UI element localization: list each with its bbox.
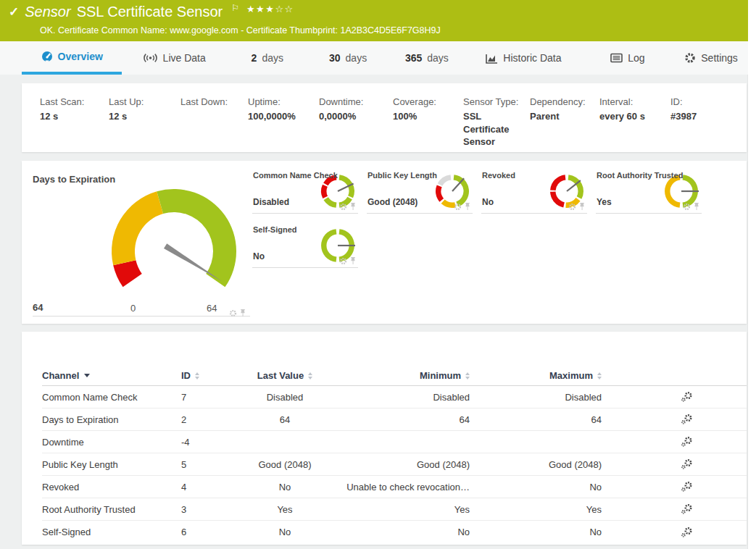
tab-historic-data[interactable]: Historic Data <box>466 41 581 75</box>
table-row: Downtime -4 <box>42 431 747 453</box>
mini-gauge-title: Root Authority Trusted <box>597 171 683 180</box>
chart-icon <box>486 53 498 64</box>
mini-gauge-self-signed[interactable]: Self-Signed No <box>252 222 358 268</box>
main-gauge-cell[interactable]: Days to Expiration 64 0 64 <box>33 168 250 317</box>
channel-maximum: 64 <box>470 414 602 425</box>
mini-gauge-title: Public Key Length <box>367 171 437 180</box>
pin-icon[interactable] <box>464 202 471 211</box>
gauges-panel: Days to Expiration 64 0 64 Common Name C… <box>22 161 747 324</box>
column-header-maximum[interactable]: Maximum <box>470 370 602 381</box>
channel-settings-icon[interactable] <box>681 391 693 403</box>
tab-number: 30 <box>329 52 341 64</box>
tab-live-data[interactable]: Live Data <box>122 41 225 75</box>
channel-name: Downtime <box>42 437 181 448</box>
pin-icon[interactable] <box>349 202 357 211</box>
table-header-row: Channel ID Last Value Minimum Maximum <box>42 366 747 386</box>
mini-gauge-actions <box>683 202 700 211</box>
main-gauge-actions <box>229 309 246 317</box>
info-coverage: Coverage:100% <box>393 96 463 152</box>
info-downtime: Downtime:0,0000% <box>319 96 393 152</box>
mini-gauge-value: Good (2048) <box>367 197 418 207</box>
mini-gauge-common-name-check[interactable]: Common Name Check Disabled <box>252 168 358 214</box>
channel-minimum: 64 <box>323 414 470 425</box>
tab-overview[interactable]: Overview <box>22 41 122 75</box>
tab-label: Historic Data <box>503 52 561 64</box>
pin-icon[interactable] <box>239 309 246 317</box>
tab-settings[interactable]: Settings <box>674 41 748 75</box>
table-row: Public Key Length 5 Good (2048) Good (20… <box>42 453 747 476</box>
info-uptime: Uptime:100,0000% <box>248 96 319 152</box>
mini-gauge-value: No <box>482 197 494 207</box>
gear-icon[interactable] <box>339 257 347 265</box>
info-id: ID:#3987 <box>670 96 736 152</box>
tab-30-days[interactable]: 30days <box>309 41 388 75</box>
channel-minimum: No <box>323 527 470 537</box>
mini-gauge-public-key-length[interactable]: Public Key Length Good (2048) <box>367 168 473 214</box>
tab-label: days <box>427 52 449 64</box>
info-last-down: Last Down: <box>180 96 248 152</box>
gear-icon[interactable] <box>339 203 347 211</box>
object-kind: Sensor <box>25 4 70 20</box>
channel-id: 3 <box>181 504 246 515</box>
channel-minimum: Yes <box>323 504 470 515</box>
pin-icon[interactable] <box>349 256 357 265</box>
column-header-channel[interactable]: Channel <box>42 370 181 381</box>
gear-icon[interactable] <box>568 203 576 211</box>
table-row: Root Authority Trusted 3 Yes Yes Yes <box>42 498 747 521</box>
mini-gauge-title: Common Name Check <box>253 171 338 180</box>
sensor-info-panel: Last Scan:12 s Last Up:12 s Last Down: U… <box>22 83 747 152</box>
channel-maximum: Good (2048) <box>470 459 602 470</box>
channel-id: 7 <box>181 392 246 403</box>
mini-gauge-grid: Common Name Check Disabled Public Key Le… <box>252 168 745 268</box>
mini-gauge-value: No <box>253 251 265 261</box>
gear-icon <box>684 52 696 64</box>
tab-log[interactable]: Log <box>581 41 675 75</box>
status-ok-icon: ✓ <box>9 5 19 19</box>
pin-icon[interactable] <box>578 202 586 211</box>
sort-icon <box>195 372 199 380</box>
mini-gauge-actions <box>339 256 357 265</box>
mini-gauge-actions <box>339 202 357 211</box>
channel-settings-icon[interactable] <box>681 503 693 515</box>
channel-minimum: Disabled <box>323 392 470 403</box>
tab-label: days <box>262 52 283 64</box>
main-gauge-value: 64 <box>33 302 43 313</box>
mini-gauge-revoked[interactable]: Revoked No <box>481 168 587 214</box>
gear-icon[interactable] <box>454 203 462 211</box>
channel-settings-icon[interactable] <box>681 414 693 425</box>
column-header-id[interactable]: ID <box>181 370 246 381</box>
tab-number: 365 <box>405 52 422 64</box>
sensor-header: ✓SensorSSL Certificate Sensor⚐★★★☆☆ OK. … <box>0 0 748 41</box>
table-row: Days to Expiration 2 64 64 64 <box>42 408 747 431</box>
sort-icon <box>597 372 602 380</box>
channel-settings-icon[interactable] <box>681 436 693 448</box>
sort-icon <box>308 372 312 380</box>
tab-number: 2 <box>252 52 257 64</box>
mini-gauge-actions <box>454 202 471 211</box>
channel-settings-icon[interactable] <box>681 458 693 470</box>
channel-name: Self-Signed <box>42 527 181 537</box>
channel-name: Days to Expiration <box>42 414 181 425</box>
pin-icon[interactable] <box>693 202 700 211</box>
tab-365-days[interactable]: 365days <box>387 41 466 75</box>
channel-settings-icon[interactable] <box>681 527 693 538</box>
gear-icon[interactable] <box>229 309 237 317</box>
mini-gauge-root-authority-trusted[interactable]: Root Authority Trusted Yes <box>596 168 702 214</box>
channel-id: -4 <box>181 437 246 448</box>
channel-name: Root Authority Trusted <box>42 504 181 515</box>
flag-icon[interactable]: ⚐ <box>231 3 239 13</box>
channel-id: 4 <box>181 482 246 493</box>
main-gauge-min-label: 0 <box>130 303 136 314</box>
column-header-last-value[interactable]: Last Value <box>246 370 323 381</box>
tab-2-days[interactable]: 2days <box>226 41 309 75</box>
tab-label: Live Data <box>163 52 206 64</box>
page-title: SSL Certificate Sensor <box>77 4 223 20</box>
channel-last-value: 64 <box>246 414 323 425</box>
column-header-minimum[interactable]: Minimum <box>323 370 470 381</box>
gear-icon[interactable] <box>683 203 691 211</box>
channel-id: 5 <box>181 459 246 470</box>
priority-stars[interactable]: ★★★☆☆ <box>246 4 294 14</box>
channel-settings-icon[interactable] <box>681 481 693 493</box>
channel-name: Revoked <box>42 482 181 493</box>
channel-last-value: Disabled <box>246 392 323 403</box>
